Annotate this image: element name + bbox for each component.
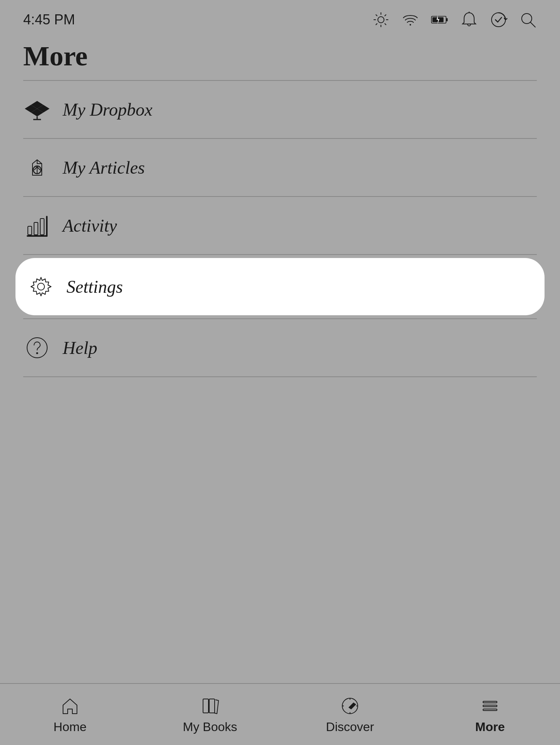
svg-line-8	[376, 24, 377, 25]
menu-item-articles[interactable]: My Articles	[0, 139, 560, 196]
dropbox-label: My Dropbox	[63, 99, 152, 120]
svg-rect-29	[203, 699, 208, 713]
svg-rect-33	[483, 705, 497, 707]
discover-nav-label: Discover	[326, 720, 374, 734]
home-icon	[59, 695, 81, 717]
svg-rect-32	[483, 701, 497, 703]
discover-icon	[339, 695, 361, 717]
dropbox-icon	[23, 96, 51, 123]
svg-line-5	[376, 15, 377, 16]
articles-label: My Articles	[63, 157, 145, 178]
more-icon	[479, 695, 501, 717]
svg-rect-22	[34, 222, 38, 235]
search-icon[interactable]	[519, 11, 537, 29]
mybooks-icon	[199, 695, 221, 717]
svg-point-0	[378, 17, 384, 23]
notification-icon	[460, 11, 478, 29]
articles-icon	[23, 154, 51, 181]
nav-item-mybooks[interactable]: My Books	[140, 695, 280, 734]
menu-item-help[interactable]: Help	[0, 319, 560, 376]
svg-rect-11	[446, 18, 447, 21]
help-icon	[23, 334, 51, 362]
wifi-icon	[401, 11, 419, 29]
nav-item-home[interactable]: Home	[0, 695, 140, 734]
menu-item-dropbox[interactable]: My Dropbox	[0, 81, 560, 138]
svg-line-7	[385, 15, 386, 16]
menu-item-settings[interactable]: Settings	[15, 258, 545, 315]
divider-5	[23, 376, 537, 377]
activity-icon	[23, 212, 51, 239]
svg-point-27	[27, 338, 47, 358]
svg-point-9	[410, 24, 411, 26]
nav-item-discover[interactable]: Discover	[280, 695, 420, 734]
svg-rect-21	[28, 226, 32, 235]
sync-icon	[490, 11, 507, 29]
brightness-icon	[372, 11, 390, 29]
more-nav-label: More	[475, 720, 505, 734]
svg-point-26	[38, 283, 44, 290]
svg-point-15	[522, 14, 532, 24]
status-icons	[372, 11, 537, 29]
help-label: Help	[63, 338, 97, 358]
battery-icon	[431, 11, 449, 29]
svg-rect-25	[27, 236, 47, 236]
svg-line-16	[531, 22, 535, 27]
activity-label: Activity	[63, 215, 117, 236]
svg-rect-24	[46, 216, 47, 236]
svg-rect-30	[209, 699, 215, 713]
svg-rect-34	[483, 709, 497, 711]
mybooks-nav-label: My Books	[183, 720, 237, 734]
menu-item-activity[interactable]: Activity	[0, 197, 560, 254]
bottom-nav: Home My Books Discover	[0, 683, 560, 745]
settings-label: Settings	[67, 277, 123, 297]
home-nav-label: Home	[53, 720, 86, 734]
nav-item-more[interactable]: More	[420, 695, 560, 734]
settings-icon	[27, 273, 55, 301]
status-bar: 4:45 PM	[0, 0, 560, 36]
svg-line-6	[385, 24, 386, 25]
divider-3	[23, 254, 537, 255]
svg-rect-23	[40, 219, 44, 235]
svg-point-28	[36, 352, 38, 354]
page-title: More	[0, 36, 560, 80]
time-display: 4:45 PM	[23, 12, 75, 28]
